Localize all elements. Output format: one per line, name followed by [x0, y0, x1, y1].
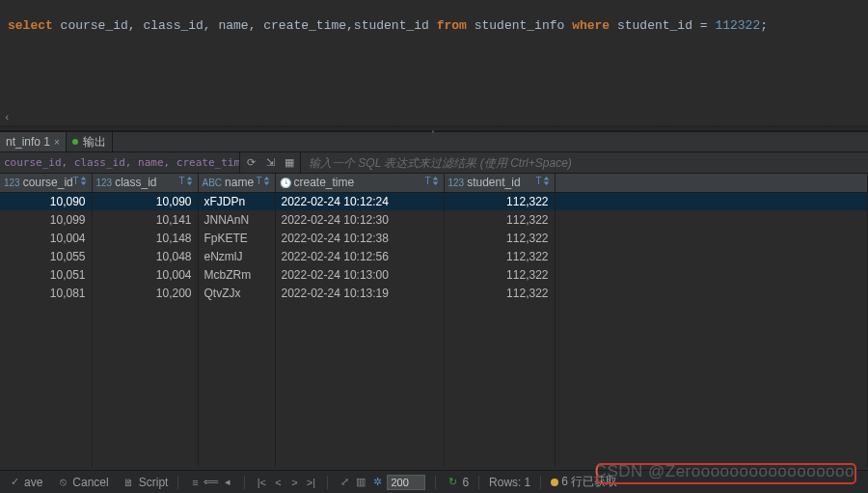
cell-student_id[interactable]: 112,322	[444, 210, 555, 229]
type-badge: 123	[96, 178, 113, 188]
rows-value: 1	[524, 476, 530, 489]
sort-filter-icon[interactable]: T	[535, 176, 550, 186]
cell-name[interactable]: JNNAnN	[198, 210, 275, 229]
results-grid[interactable]: 123course_idT123class_idTABCnameT🕓create…	[0, 174, 868, 467]
sort-filter-icon[interactable]: T	[72, 176, 87, 186]
script-button[interactable]: 🗎 Script	[119, 471, 173, 493]
save-button[interactable]: ✓ ave	[4, 471, 46, 493]
tab-output[interactable]: 输出	[67, 132, 113, 151]
column-header-create_time[interactable]: 🕓create_timeT	[275, 174, 444, 192]
cell-name[interactable]: QtvZJx	[198, 284, 275, 302]
grid-mode-icon[interactable]: ▦	[281, 154, 298, 172]
cell-student_id[interactable]: 112,322	[444, 247, 555, 265]
tab-result-label: nt_info 1	[6, 135, 50, 149]
fetch-status-icon	[551, 479, 558, 486]
record-first-icon[interactable]: ≡	[188, 476, 202, 489]
sql-editor[interactable]: select course_id, class_id, name, create…	[0, 0, 868, 125]
results-grid-container: 123course_idT123class_idTABCnameT🕓create…	[0, 174, 868, 468]
cell-student_id[interactable]: 112,322	[444, 265, 555, 284]
nav-next-icon[interactable]: >	[287, 476, 301, 489]
sort-filter-icon[interactable]: T	[256, 176, 270, 186]
column-header-name[interactable]: ABCnameT	[198, 174, 275, 192]
cell-course_id[interactable]: 10,081	[0, 284, 92, 302]
cell-course_id[interactable]: 10,090	[0, 192, 92, 210]
cell-course_id[interactable]: 10,099	[0, 210, 92, 229]
sort-filter-icon[interactable]: T	[178, 176, 193, 186]
cell-class_id[interactable]: 10,048	[92, 247, 198, 265]
column-header-class_id[interactable]: 123class_idT	[92, 174, 198, 192]
cell-student_id[interactable]: 112,322	[444, 284, 555, 302]
cancel-icon: ⦸	[56, 476, 69, 489]
splitter-handle[interactable]: ▴	[0, 125, 868, 131]
cell-name[interactable]: eNzmlJ	[198, 247, 275, 265]
table-row-empty	[0, 375, 868, 394]
column-header-student_id[interactable]: 123student_idT	[444, 174, 555, 192]
nav-last-icon[interactable]: >|	[304, 476, 317, 489]
table-row-empty	[0, 339, 868, 357]
refresh-icon[interactable]: ⟳	[242, 154, 259, 172]
column-name: name	[225, 176, 254, 189]
refresh-icon[interactable]: ↻	[446, 476, 459, 489]
cell-create_time[interactable]: 2022-02-24 10:12:56	[275, 247, 444, 265]
record-prev-page-icon[interactable]: ⟸	[204, 476, 218, 489]
splitter-grip-icon: ▴	[431, 126, 438, 135]
column-header-course_id[interactable]: 123course_idT	[0, 174, 92, 192]
keyword-where: where	[572, 18, 610, 33]
cell-course_id[interactable]: 10,055	[0, 247, 92, 265]
cell-course_id[interactable]: 10,051	[0, 265, 92, 284]
cell-student_id[interactable]: 112,322	[444, 229, 555, 247]
cell-create_time[interactable]: 2022-02-24 10:13:19	[275, 284, 444, 302]
table-row-empty	[0, 357, 868, 375]
column-header-spacer	[555, 174, 868, 192]
gear-icon[interactable]: ✲	[370, 476, 384, 489]
table-row-empty	[0, 394, 868, 412]
cell-create_time[interactable]: 2022-02-24 10:12:30	[275, 210, 444, 229]
column-name: class_id	[115, 176, 156, 189]
filter-input[interactable]: 输入一个 SQL 表达式来过滤结果 (使用 Ctrl+Space)	[300, 152, 868, 173]
save-icon: ✓	[8, 476, 21, 489]
grid-header-row: 123course_idT123class_idTABCnameT🕓create…	[0, 174, 868, 192]
sort-filter-icon[interactable]: T	[424, 176, 439, 186]
panels-icon[interactable]: ▥	[354, 476, 367, 489]
tab-result[interactable]: nt_info 1 ×	[0, 132, 67, 151]
record-prev-icon[interactable]: ◂	[221, 476, 234, 489]
cell-name[interactable]: FpKETE	[198, 229, 275, 247]
nav-prev-icon[interactable]: <	[271, 476, 285, 489]
rows-fetched-label: 6 行已获取	[561, 474, 617, 490]
cell-name[interactable]: xFJDPn	[198, 192, 275, 210]
cell-class_id[interactable]: 10,004	[92, 265, 198, 284]
type-badge: 123	[448, 178, 465, 188]
cell-course_id[interactable]: 10,004	[0, 229, 92, 247]
cell-create_time[interactable]: 2022-02-24 10:13:00	[275, 265, 444, 284]
keyword-from: from	[437, 18, 467, 33]
cell-class_id[interactable]: 10,090	[92, 192, 198, 210]
cell-create_time[interactable]: 2022-02-24 10:12:24	[275, 192, 444, 210]
sql-preview: course_id, class_id, name, create_time,s…	[0, 156, 239, 169]
table-row[interactable]: 10,08110,200QtvZJx2022-02-24 10:13:19112…	[0, 284, 868, 302]
table-row-empty	[0, 412, 868, 430]
editor-scroll-left-icon[interactable]: ‹	[4, 112, 11, 123]
table-row-empty	[0, 320, 868, 339]
table-row[interactable]: 10,09010,090xFJDPn2022-02-24 10:12:24112…	[0, 192, 868, 210]
cancel-button[interactable]: ⦸ Cancel	[52, 471, 112, 493]
nav-first-icon[interactable]: |<	[255, 476, 268, 489]
type-badge: ABC	[203, 178, 223, 188]
cell-name[interactable]: McbZRm	[198, 265, 275, 284]
cell-create_time[interactable]: 2022-02-24 10:12:38	[275, 229, 444, 247]
pin-icon[interactable]: ⇲	[261, 154, 279, 172]
refresh-count: 6	[462, 476, 469, 489]
expand-icon[interactable]: ⤢	[338, 476, 351, 489]
cell-student_id[interactable]: 112,322	[444, 192, 555, 210]
table-row[interactable]: 10,00410,148FpKETE2022-02-24 10:12:38112…	[0, 229, 868, 247]
table-row[interactable]: 10,05510,048eNzmlJ2022-02-24 10:12:56112…	[0, 247, 868, 265]
cell-class_id[interactable]: 10,200	[92, 284, 198, 302]
cell-class_id[interactable]: 10,148	[92, 229, 198, 247]
table-row[interactable]: 10,09910,141JNNAnN2022-02-24 10:12:30112…	[0, 210, 868, 229]
fetch-size-input[interactable]	[387, 475, 425, 490]
table-row-empty	[0, 430, 868, 449]
close-icon[interactable]: ×	[54, 137, 60, 148]
cell-class_id[interactable]: 10,141	[92, 210, 198, 229]
table-row[interactable]: 10,05110,004McbZRm2022-02-24 10:13:00112…	[0, 265, 868, 284]
keyword-select: select	[8, 18, 53, 33]
type-badge: 123	[4, 178, 20, 188]
